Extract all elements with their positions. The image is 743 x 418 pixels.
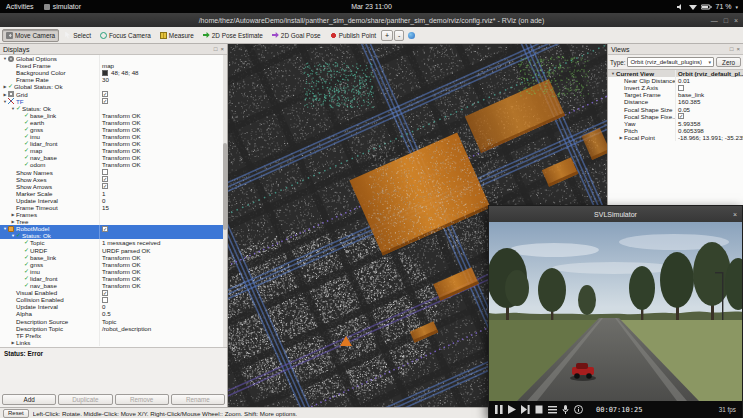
tree-row-map[interactable]: ✓mapTransform OK [0,147,227,154]
tree-row-nav-base[interactable]: ✓nav_baseTransform OK [0,282,227,289]
tree-row-links[interactable]: ▶Links [0,339,227,346]
property-value[interactable]: 1 messages received [102,239,160,246]
tree-row-marker-scale[interactable]: Marker Scale1 [0,190,227,197]
property-value[interactable]: 5.99358 [678,120,700,127]
tool-focus-camera[interactable]: Focus Camera [96,29,155,42]
property-value[interactable]: 15 [102,204,109,211]
activities-button[interactable]: Activities [6,3,34,10]
tree-row-update-interval[interactable]: Update Interval0 [0,303,227,310]
view-type-dropdown[interactable]: Orbit (rviz_default_plugins) ▾ [627,57,714,67]
tree-row-grid[interactable]: ▶Grid✓ [0,90,227,97]
tree-row-earth[interactable]: ✓earthTransform OK [0,119,227,126]
tree-row-urdf[interactable]: ✓URDFURDF parsed OK [0,247,227,254]
rviz-titlebar[interactable]: /home/thez/AutowareDemo/install/panther_… [0,13,743,27]
property-value[interactable]: Transform OK [102,126,141,133]
property-value[interactable]: Transform OK [102,147,141,154]
tree-row-description-topic[interactable]: Description Topic/robot_description [0,325,227,332]
tree-row-imu[interactable]: ✓imuTransform OK [0,133,227,140]
tree-row-tf-prefix[interactable]: TF Prefix [0,332,227,339]
tree-row-visual-enabled[interactable]: Visual Enabled✓ [0,289,227,296]
property-value[interactable]: Transform OK [102,133,141,140]
tree-row-global-options[interactable]: ▼Global Options [0,55,227,62]
undock-panel-icon[interactable]: □ [730,46,734,52]
property-value[interactable]: 48; 48; 48 [111,69,139,76]
property-value[interactable]: 0.605398 [678,127,704,134]
property-value[interactable]: Topic [102,318,116,325]
rename-button[interactable]: Rename [171,394,225,405]
checkbox-checked[interactable]: ✓ [102,226,108,232]
pause-button[interactable] [495,405,503,414]
property-value[interactable]: -18.966; 13.991; -35.235 [678,134,743,141]
tool-2d-pose-estimate[interactable]: 2D Pose Estimate [199,29,267,42]
tree-row-frame-rate[interactable]: Frame Rate30 [0,76,227,83]
property-value[interactable]: 30 [102,76,109,83]
remove-button[interactable]: Remove [115,394,169,405]
property-value[interactable]: 0.5 [102,310,111,317]
property-value[interactable]: URDF parsed OK [102,247,150,254]
property-value[interactable]: Transform OK [102,154,141,161]
property-value[interactable]: base_link [678,91,704,98]
tool-move-camera[interactable]: Move Camera [2,29,59,42]
add-tool-button[interactable]: + [381,30,393,41]
tree-row-tree[interactable]: ▶Tree [0,218,227,225]
tree-row-alpha[interactable]: Alpha0.5 [0,310,227,317]
tree-row-odom[interactable]: ✓odomTransform OK [0,161,227,168]
tree-row-yaw[interactable]: Yaw5.99358 [608,120,743,127]
tree-row-target-frame[interactable]: Target Framebase_link [608,91,743,98]
tree-row-topic[interactable]: ✓Topic1 messages received [0,239,227,246]
property-value[interactable]: Transform OK [102,254,141,261]
tree-row-imu[interactable]: ✓imuTransform OK [0,268,227,275]
tree-row-invert-z-axis[interactable]: Invert Z Axis [608,84,743,91]
checkbox-checked[interactable]: ✓ [102,176,108,182]
checkbox-unchecked[interactable] [102,297,108,303]
tree-row-nav-base[interactable]: ✓nav_baseTransform OK [0,154,227,161]
tree-row-show-arrows[interactable]: Show Arrows✓ [0,183,227,190]
property-value[interactable]: Transform OK [102,282,141,289]
property-value[interactable]: Transform OK [102,112,141,119]
displays-panel-header[interactable]: Displays □ × [0,44,227,55]
close-button[interactable]: × [734,17,738,24]
displays-scrollbar[interactable] [223,55,227,347]
checkbox-checked[interactable]: ✓ [102,290,108,296]
tree-row-gnss[interactable]: ✓gnssTransform OK [0,126,227,133]
checkbox-unchecked[interactable] [678,85,684,91]
focused-app-indicator[interactable]: simulator [44,3,81,10]
maximize-button[interactable]: □ [724,17,728,24]
tree-row-tf[interactable]: ▼TF✓ [0,98,227,105]
tree-row-frames[interactable]: ▶Frames [0,211,227,218]
tree-row-show-axes[interactable]: Show Axes✓ [0,176,227,183]
remove-tool-button[interactable]: - [394,30,404,41]
add-button[interactable]: Add [2,394,56,405]
checkbox-checked[interactable]: ✓ [102,183,108,189]
property-value[interactable]: Orbit (rviz_default_pl... [678,70,743,77]
checkbox-unchecked[interactable] [102,169,108,175]
info-button[interactable] [574,405,583,414]
tree-row-collision-enabled[interactable]: Collision Enabled [0,296,227,303]
tree-row-frame-timeout[interactable]: Frame Timeout15 [0,204,227,211]
minimize-button[interactable]: — [711,17,718,24]
mic-button[interactable] [562,405,569,414]
tree-row-robotmodel[interactable]: ▼RobotModel✓ [0,225,227,232]
tree-row-global-status-ok[interactable]: ▶✓Global Status: Ok [0,83,227,90]
clock[interactable]: Mar 23 11:00 [0,3,743,10]
tree-row-gnss[interactable]: ✓gnssTransform OK [0,261,227,268]
tree-row-update-interval[interactable]: Update Interval0 [0,197,227,204]
system-tray[interactable]: 71 % ▾ [677,3,738,11]
property-value[interactable]: Transform OK [102,268,141,275]
svl-titlebar[interactable]: SVLSimulator × [489,206,742,222]
property-value[interactable]: map [102,62,114,69]
property-value[interactable]: 160.385 [678,98,700,105]
property-value[interactable]: 1 [102,190,105,197]
tree-row-base-link[interactable]: ✓base_linkTransform OK [0,254,227,261]
tool-publish-point[interactable]: Publish Point [326,29,380,42]
tree-row-current-view[interactable]: ▼Current ViewOrbit (rviz_default_pl... [608,70,743,77]
stop-button[interactable] [535,405,543,414]
tree-row-fixed-frame[interactable]: Fixed Framemap [0,62,227,69]
checkbox-checked[interactable]: ✓ [678,113,684,119]
tree-row-pitch[interactable]: Pitch0.605398 [608,127,743,134]
ros-status-icon[interactable] [408,32,415,39]
property-value[interactable]: 0.01 [678,77,690,84]
property-value[interactable]: /robot_description [102,325,151,332]
checkbox-checked[interactable]: ✓ [102,91,108,97]
svl-simulator-window[interactable]: SVLSimulator × [488,205,743,418]
